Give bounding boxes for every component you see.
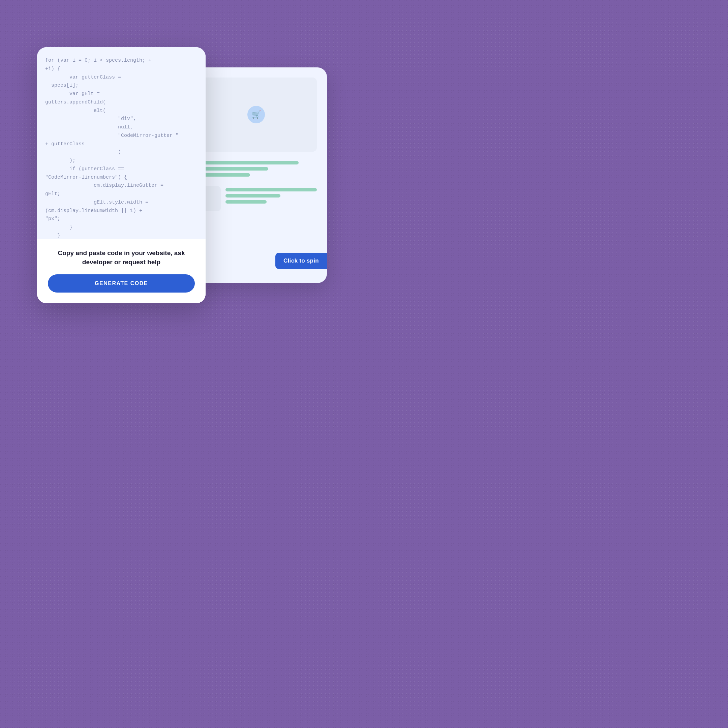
cart-icon: 🛒 bbox=[248, 106, 265, 123]
code-card: for (var i = 0; i < specs.length; + +i) … bbox=[37, 47, 206, 303]
code-display-area: for (var i = 0; i < specs.length; + +i) … bbox=[37, 47, 206, 239]
scene: 🛒 Click to spin for (var i = 0; i < spec… bbox=[37, 47, 327, 317]
preview-row-lines bbox=[225, 186, 317, 203]
preview-line bbox=[196, 161, 298, 164]
preview-line bbox=[225, 188, 317, 191]
preview-line bbox=[196, 167, 268, 171]
preview-line bbox=[225, 194, 280, 197]
preview-lines-1 bbox=[196, 157, 317, 180]
preview-card: 🛒 Click to spin bbox=[185, 67, 327, 283]
click-to-spin-button[interactable]: Click to spin bbox=[275, 253, 327, 269]
code-snippet: for (var i = 0; i < specs.length; + +i) … bbox=[45, 57, 197, 239]
preview-line bbox=[225, 200, 267, 203]
generate-code-button[interactable]: GENERATE CODE bbox=[48, 274, 195, 292]
preview-product-row bbox=[196, 186, 317, 211]
preview-image-area: 🛒 bbox=[196, 78, 317, 151]
card-bottom-section: Copy and paste code in your website, ask… bbox=[37, 239, 206, 303]
card-description: Copy and paste code in your website, ask… bbox=[48, 248, 195, 267]
